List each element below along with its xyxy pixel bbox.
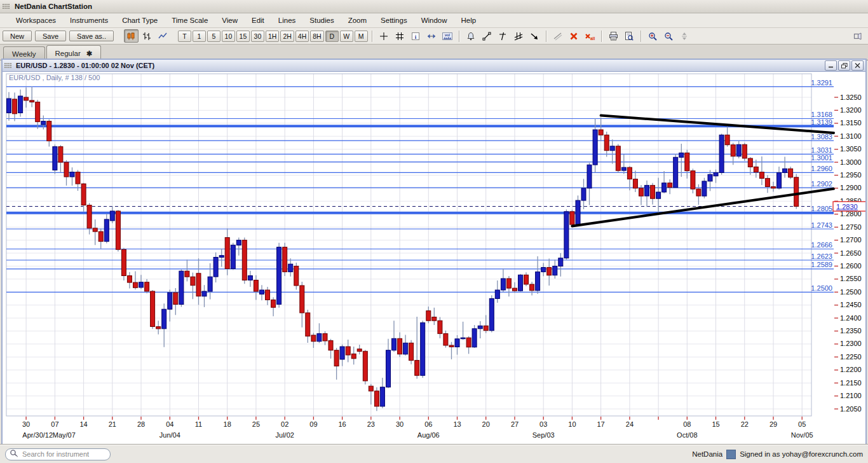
vertline-icon[interactable] [496, 29, 510, 43]
app-titlebar[interactable]: NetDania ChartStation [0, 0, 868, 13]
tab-regular[interactable]: Regular✱ [46, 45, 102, 60]
netdania-logo [726, 450, 736, 459]
svg-text:25: 25 [252, 420, 260, 428]
trendline[interactable] [601, 116, 834, 133]
svg-text:1.3291: 1.3291 [811, 79, 832, 86]
menu-help[interactable]: Help [454, 15, 484, 26]
v-fit-icon[interactable] [677, 29, 692, 43]
svg-text:1.3250: 1.3250 [840, 93, 862, 101]
menu-zoom[interactable]: Zoom [341, 15, 374, 26]
menu-edit[interactable]: Edit [245, 15, 271, 26]
svg-text:Apr/30/12: Apr/30/12 [22, 431, 53, 439]
timeframe-5-button[interactable]: 5 [207, 31, 220, 42]
timeframe-10-button[interactable]: 10 [222, 31, 235, 42]
svg-text:1.2743: 1.2743 [811, 221, 832, 229]
svg-text:1.2200: 1.2200 [840, 366, 862, 373]
candlestick-icon[interactable] [124, 29, 139, 43]
svg-text:15: 15 [712, 420, 719, 428]
timeframe-8h-button[interactable]: 8H [310, 31, 323, 42]
menu-instruments[interactable]: Instruments [63, 15, 115, 26]
save-as-button[interactable]: Save as.. [69, 31, 114, 41]
svg-text:1.2623: 1.2623 [811, 252, 832, 260]
volume-icon[interactable]: vol [440, 29, 455, 43]
menu-window[interactable]: Window [414, 15, 454, 26]
menu-chart-type[interactable]: Chart Type [115, 15, 165, 26]
svg-text:1.2450: 1.2450 [840, 301, 862, 308]
svg-text:1.3139: 1.3139 [811, 118, 832, 126]
h-scale-icon[interactable] [424, 29, 439, 43]
toolbar: NewSaveSave as..T151015301H2H4H8HDWMivol… [0, 28, 868, 45]
timeframe-15-button[interactable]: 15 [236, 31, 250, 42]
svg-text:28: 28 [137, 420, 145, 428]
close-button[interactable] [851, 60, 864, 71]
svg-text:1.2805: 1.2805 [811, 205, 832, 212]
bar-chart-icon[interactable] [140, 29, 154, 43]
grid-icon[interactable] [393, 29, 407, 43]
svg-text:13: 13 [453, 420, 461, 428]
menu-studies[interactable]: Studies [302, 15, 341, 26]
tab-weekly[interactable]: Weekly [3, 46, 45, 60]
chart-overlay-label: EUR/USD , Daily, # 138 / 500 [9, 74, 100, 81]
svg-text:Sep/03: Sep/03 [532, 431, 555, 439]
trendline-icon[interactable] [480, 29, 494, 43]
delete-all-icon[interactable]: all [583, 29, 597, 43]
menu-view[interactable]: View [215, 15, 245, 26]
menu-workspaces[interactable]: Workspaces [9, 15, 63, 26]
print-icon[interactable] [606, 29, 621, 43]
toolbar-separator [546, 31, 547, 42]
timeframe-t-button[interactable]: T [178, 31, 191, 42]
panel-pin-icon[interactable] [850, 29, 865, 43]
price-chart[interactable]: 1.32911.31681.31391.30831.30311.30011.29… [3, 72, 865, 445]
svg-text:21: 21 [109, 420, 116, 428]
timeframe-2h-button[interactable]: 2H [280, 31, 294, 42]
svg-text:23: 23 [367, 420, 375, 428]
parallel-lines-icon[interactable] [512, 29, 526, 43]
timeframe-w-button[interactable]: W [340, 31, 353, 42]
minimize-button[interactable] [825, 60, 837, 71]
info-icon[interactable]: i [409, 29, 423, 43]
crosshair-icon[interactable] [377, 29, 391, 43]
svg-text:1.2950: 1.2950 [840, 171, 862, 179]
preview-icon[interactable] [622, 29, 637, 43]
line-style-icon[interactable] [551, 29, 566, 43]
chart-window-title: EUR/USD - 1.2830 - 01:00:00 02 Nov (CET) [16, 62, 154, 69]
tab-close-icon[interactable]: ✱ [86, 50, 92, 57]
svg-text:1.2750: 1.2750 [840, 223, 862, 231]
svg-text:May/07: May/07 [53, 431, 76, 439]
restore-button[interactable] [838, 60, 850, 71]
timeframe-1h-button[interactable]: 1H [266, 31, 279, 42]
toolbar-separator [601, 31, 602, 42]
instrument-search[interactable] [5, 448, 111, 460]
timeframe-1-button[interactable]: 1 [193, 31, 206, 42]
alarm-icon[interactable] [464, 29, 478, 43]
menu-lines[interactable]: Lines [271, 15, 303, 26]
timeframe-d-button[interactable]: D [325, 31, 339, 42]
menu-settings[interactable]: Settings [374, 15, 414, 26]
menu-time-scale[interactable]: Time Scale [165, 15, 215, 26]
status-bar: NetDania Signed in as yohay@forexcrunch.… [0, 445, 868, 463]
netdania-chartstation-app: NetDania ChartStation WorkspacesInstrume… [0, 0, 868, 463]
svg-text:1.2960: 1.2960 [811, 165, 832, 172]
svg-text:09: 09 [309, 420, 317, 428]
chart-window: EUR/USD - 1.2830 - 01:00:00 02 Nov (CET)… [1, 59, 867, 445]
chart-window-titlebar[interactable]: EUR/USD - 1.2830 - 01:00:00 02 Nov (CET) [3, 60, 865, 72]
svg-text:1.3150: 1.3150 [840, 119, 862, 127]
svg-text:1.2400: 1.2400 [840, 314, 862, 322]
svg-text:1.2500: 1.2500 [811, 284, 832, 292]
zoom-out-icon[interactable] [661, 29, 676, 43]
svg-text:29: 29 [770, 420, 777, 428]
timeframe-30-button[interactable]: 30 [251, 31, 264, 42]
new-button[interactable]: New [3, 31, 32, 41]
svg-text:1.3031: 1.3031 [811, 146, 832, 154]
chart-area[interactable]: 1.32911.31681.31391.30831.30311.30011.29… [3, 72, 865, 445]
timeframe-4h-button[interactable]: 4H [295, 31, 309, 42]
arrow-icon[interactable] [527, 29, 542, 43]
save-button[interactable]: Save [35, 31, 66, 41]
delete-line-icon[interactable] [567, 29, 581, 43]
svg-text:18: 18 [224, 420, 231, 428]
search-input[interactable] [21, 450, 98, 459]
svg-text:03: 03 [539, 420, 547, 428]
line-chart-icon[interactable] [156, 29, 170, 43]
zoom-in-icon[interactable] [646, 29, 660, 43]
timeframe-m-button[interactable]: M [355, 31, 368, 42]
